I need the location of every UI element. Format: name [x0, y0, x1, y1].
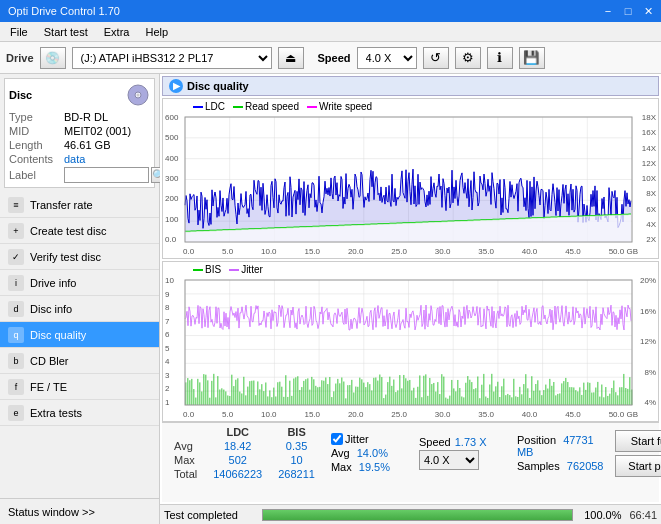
speed-section: Speed 1.73 X 4.0 X — [419, 436, 509, 470]
table-row-total: Total 14066223 268211 — [166, 467, 323, 481]
avg-label: Avg — [166, 439, 205, 453]
jitter-max-value: 19.5% — [359, 461, 390, 473]
drive-icon-button[interactable]: 💿 — [40, 47, 66, 69]
samples-label: Samples — [517, 460, 560, 472]
max-label: Max — [166, 453, 205, 467]
quality-header: ▶ Disc quality — [162, 76, 659, 96]
drive-info-icon: i — [8, 275, 24, 291]
quality-panel: ▶ Disc quality LDC Read speed — [160, 74, 661, 504]
legend-write-speed: Write speed — [307, 101, 372, 112]
sidebar-item-disc-info[interactable]: d Disc info — [0, 296, 159, 322]
eject-button[interactable]: ⏏ — [278, 47, 304, 69]
sidebar-item-transfer-rate[interactable]: ≡ Transfer rate — [0, 192, 159, 218]
bis-header: BIS — [270, 425, 323, 439]
settings-button[interactable]: ⚙ — [455, 47, 481, 69]
drive-label: Drive — [6, 52, 34, 64]
refresh-button[interactable]: ↺ — [423, 47, 449, 69]
window-controls: − □ ✕ — [599, 3, 657, 19]
read-speed-color — [233, 106, 243, 108]
ldc-chart-canvas — [163, 99, 658, 258]
stats-top-row: LDC BIS Avg 18.42 0.35 Max 502 — [166, 425, 655, 481]
drive-info-label: Drive info — [30, 277, 76, 289]
progress-bar-container: Test completed 100.0% 66:41 — [160, 504, 661, 524]
speed-select[interactable]: 4.0 X — [357, 47, 417, 69]
mid-value: MEIT02 (001) — [64, 125, 131, 137]
jitter-avg-value: 14.0% — [357, 447, 388, 459]
disc-panel: Disc Type BD-R DL MID MEIT02 (001) Leng — [4, 78, 155, 188]
start-part-button[interactable]: Start part — [615, 455, 661, 477]
samples-row: Samples 762058 — [517, 460, 607, 472]
status-window-label: Status window >> — [8, 506, 95, 518]
max-ldc: 502 — [205, 453, 270, 467]
mid-label: MID — [9, 125, 64, 137]
length-value: 46.61 GB — [64, 139, 110, 151]
content-area: ▶ Disc quality LDC Read speed — [160, 74, 661, 524]
sidebar-item-create-test-disc[interactable]: + Create test disc — [0, 218, 159, 244]
minimize-button[interactable]: − — [599, 3, 617, 19]
svg-point-2 — [137, 94, 140, 97]
length-label: Length — [9, 139, 64, 151]
status-window-button[interactable]: Status window >> — [0, 498, 159, 524]
stats-table: LDC BIS Avg 18.42 0.35 Max 502 — [166, 425, 323, 481]
ldc-header: LDC — [205, 425, 270, 439]
legend-jitter: Jitter — [229, 264, 263, 275]
position-section: Position 47731 MB Samples 762058 — [517, 434, 607, 472]
drive-select[interactable]: (J:) ATAPI iHBS312 2 PL17 — [72, 47, 272, 69]
close-button[interactable]: ✕ — [639, 3, 657, 19]
disc-quality-icon: q — [8, 327, 24, 343]
speed-label-text: Speed — [419, 436, 451, 448]
chart2-legend: BIS Jitter — [193, 264, 263, 275]
menu-bar: File Start test Extra Help — [0, 22, 661, 42]
jitter-checkbox[interactable] — [331, 433, 343, 445]
create-test-disc-icon: + — [8, 223, 24, 239]
fe-te-icon: f — [8, 379, 24, 395]
jitter-checkbox-area: Jitter — [331, 433, 411, 445]
avg-bis: 0.35 — [270, 439, 323, 453]
sidebar-item-disc-quality[interactable]: q Disc quality — [0, 322, 159, 348]
menu-help[interactable]: Help — [139, 24, 174, 40]
start-full-button[interactable]: Start full — [615, 430, 661, 452]
jitter-max-label: Max — [331, 461, 352, 473]
info-button[interactable]: ℹ — [487, 47, 513, 69]
disc-title: Disc — [9, 89, 32, 101]
transfer-rate-label: Transfer rate — [30, 199, 93, 211]
legend-read-speed: Read speed — [233, 101, 299, 112]
status-text: Test completed — [164, 509, 254, 521]
disc-image-icon — [126, 83, 150, 107]
menu-extra[interactable]: Extra — [98, 24, 136, 40]
type-label: Type — [9, 111, 64, 123]
jitter-avg-row: Avg 14.0% — [331, 447, 411, 459]
sidebar-item-drive-info[interactable]: i Drive info — [0, 270, 159, 296]
sidebar-item-cd-bler[interactable]: b CD Bler — [0, 348, 159, 374]
bis-chart-canvas — [163, 262, 658, 421]
position-label: Position — [517, 434, 556, 446]
maximize-button[interactable]: □ — [619, 3, 637, 19]
menu-start-test[interactable]: Start test — [38, 24, 94, 40]
label-label: Label — [9, 169, 64, 181]
max-bis: 10 — [270, 453, 323, 467]
cd-bler-icon: b — [8, 353, 24, 369]
disc-quality-label: Disc quality — [30, 329, 86, 341]
drive-bar: Drive 💿 (J:) ATAPI iHBS312 2 PL17 ⏏ Spee… — [0, 42, 661, 74]
sidebar-item-extra-tests[interactable]: e Extra tests — [0, 400, 159, 426]
samples-value: 762058 — [567, 460, 604, 472]
fe-te-label: FE / TE — [30, 381, 67, 393]
speed-select-stats[interactable]: 4.0 X — [419, 450, 479, 470]
sidebar-item-fe-te[interactable]: f FE / TE — [0, 374, 159, 400]
title-bar: Opti Drive Control 1.70 − □ ✕ — [0, 0, 661, 22]
menu-file[interactable]: File — [4, 24, 34, 40]
quality-title: Disc quality — [187, 80, 249, 92]
extra-tests-label: Extra tests — [30, 407, 82, 419]
label-input[interactable] — [64, 167, 149, 183]
progress-bar — [262, 509, 573, 521]
jitter-label: Jitter — [345, 433, 369, 445]
progress-time: 66:41 — [629, 509, 657, 521]
ldc-legend-label: LDC — [205, 101, 225, 112]
total-ldc: 14066223 — [205, 467, 270, 481]
app-title: Opti Drive Control 1.70 — [8, 5, 120, 17]
save-button[interactable]: 💾 — [519, 47, 545, 69]
contents-value: data — [64, 153, 85, 165]
write-speed-legend-label: Write speed — [319, 101, 372, 112]
sidebar-item-verify-test-disc[interactable]: ✓ Verify test disc — [0, 244, 159, 270]
ldc-chart: LDC Read speed Write speed 60050 — [162, 98, 659, 259]
